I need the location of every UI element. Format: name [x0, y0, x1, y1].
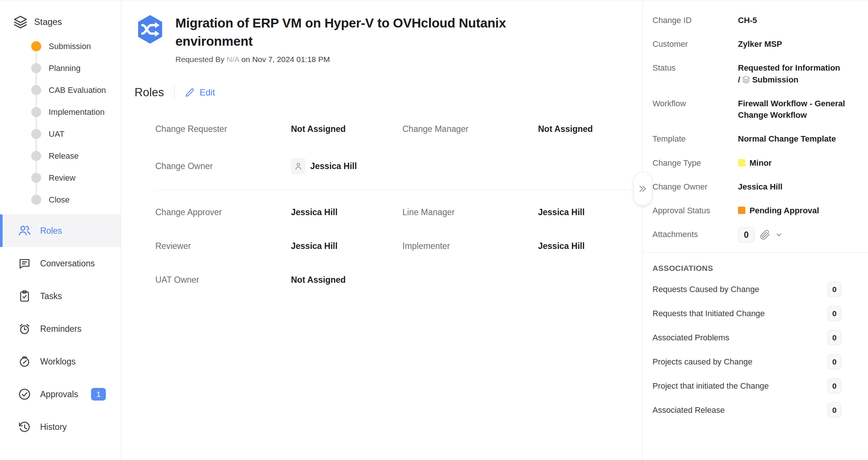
assoc-row-requests-initiated: Requests that Initiated Change 0: [652, 306, 841, 321]
assoc-label: Associated Release: [652, 405, 725, 415]
stage-label: Close: [49, 195, 69, 205]
roles-group-divider: [155, 190, 642, 190]
double-chevron-right-icon: [638, 184, 648, 194]
stage-dot: [31, 85, 41, 95]
avatar[interactable]: [291, 158, 306, 174]
assoc-count-chip[interactable]: 0: [827, 354, 841, 369]
layers-icon: [13, 14, 28, 29]
assoc-count-chip[interactable]: 0: [827, 306, 841, 321]
sidebar-item-label: Roles: [40, 226, 62, 236]
attachments-count-chip[interactable]: 0: [738, 227, 755, 243]
assoc-count-chip[interactable]: 0: [827, 402, 841, 418]
stage-item-release[interactable]: Release: [0, 145, 121, 167]
chevron-down-icon[interactable]: [775, 231, 782, 238]
stage-dot-active: [31, 41, 41, 51]
field-change-id: Change ID CH-5: [652, 14, 857, 26]
stage-dot: [31, 63, 41, 73]
approvals-count-badge[interactable]: 1: [91, 388, 106, 401]
change-detail-page: Stages Submission Planning CAB Evaluatio…: [0, 0, 868, 460]
sidebar-item-history[interactable]: History: [0, 411, 121, 443]
main-content: Migration of ERP VM on Hyper-V to OVHclo…: [121, 0, 642, 460]
field-label: Customer: [652, 38, 736, 50]
status-separator: /: [738, 75, 740, 84]
stage-label: Implementation: [49, 107, 104, 117]
sidebar-item-worklogs[interactable]: Worklogs: [0, 345, 121, 378]
assoc-row-project-initiated: Project that initiated the Change 0: [652, 378, 841, 393]
role-value-change-owner: Jessica Hill: [291, 158, 402, 174]
left-sidebar: Stages Submission Planning CAB Evaluatio…: [0, 0, 121, 460]
change-type-value: Minor: [749, 158, 772, 168]
stage-item-close[interactable]: Close: [0, 189, 121, 211]
role-value: Not Assigned: [291, 275, 402, 285]
clipboard-check-icon: [18, 289, 31, 303]
field-customer: Customer Zylker MSP: [652, 38, 857, 50]
stage-item-implementation[interactable]: Implementation: [0, 101, 121, 123]
stage-item-review[interactable]: Review: [0, 167, 121, 189]
field-label: Approval Status: [652, 205, 736, 216]
field-label: Attachments: [652, 229, 736, 240]
sidebar-item-label: Conversations: [40, 259, 95, 269]
history-icon: [18, 420, 31, 434]
assoc-label: Project that initiated the Change: [652, 381, 769, 391]
sidebar-item-conversations[interactable]: Conversations: [0, 247, 121, 280]
sidebar-item-label: Worklogs: [40, 357, 75, 367]
sidebar-item-approvals[interactable]: Approvals 1: [0, 378, 121, 411]
stage-item-uat[interactable]: UAT: [0, 123, 121, 145]
sidebar-item-label: History: [40, 422, 67, 432]
assoc-label: Requests Caused by Change: [652, 285, 759, 294]
role-label: Implementer: [402, 241, 538, 251]
attachments-controls: 0: [738, 227, 857, 243]
approval-status-color-swatch: [738, 207, 745, 214]
chat-icon: [18, 257, 31, 270]
sidebar-item-label: Tasks: [40, 291, 62, 301]
sidebar-item-roles[interactable]: Roles: [0, 214, 121, 247]
assoc-label: Associated Problems: [652, 333, 729, 343]
layers-icon: [742, 75, 751, 84]
role-value: Jessica Hill: [310, 161, 357, 171]
roles-section-title: Roles: [135, 86, 164, 99]
field-change-type: Change Type Minor: [652, 157, 857, 169]
stage-label: Planning: [49, 64, 81, 73]
collapse-panel-button[interactable]: [634, 172, 652, 205]
stage-dot: [31, 173, 41, 183]
role-label: Change Approver: [155, 207, 291, 217]
assoc-count-chip[interactable]: 0: [827, 282, 841, 297]
sidebar-item-label: Approvals: [40, 389, 78, 399]
field-value: CH-5: [738, 14, 857, 26]
roles-grid-group2: Change Approver Jessica Hill Line Manage…: [155, 207, 642, 285]
stage-item-cab-evaluation[interactable]: CAB Evaluation: [0, 79, 121, 101]
sidebar-item-tasks[interactable]: Tasks: [0, 280, 121, 312]
assoc-row-associated-release: Associated Release 0: [652, 402, 841, 418]
field-value: Zylker MSP: [738, 38, 857, 50]
role-label: UAT Owner: [155, 275, 291, 285]
field-change-owner: Change Owner Jessica Hill: [652, 181, 857, 192]
stage-dot: [31, 195, 41, 205]
paperclip-icon[interactable]: [760, 230, 770, 240]
field-approval-status: Approval Status Pending Approval: [652, 205, 857, 216]
status-stage-label: Submission: [752, 75, 799, 84]
change-hexagon-shuffle-icon: [135, 14, 166, 45]
stages-header: Stages: [0, 14, 121, 29]
stage-item-submission[interactable]: Submission: [0, 35, 121, 57]
role-label: Line Manager: [402, 207, 538, 217]
assoc-count-chip[interactable]: 0: [827, 378, 841, 393]
role-label: Reviewer: [155, 241, 291, 251]
edit-roles-button[interactable]: Edit: [185, 87, 215, 98]
stages-title: Stages: [34, 17, 62, 27]
assoc-label: Projects caused by Change: [652, 357, 752, 367]
assoc-label: Requests that Initiated Change: [652, 309, 765, 318]
panel-divider: [643, 252, 868, 253]
stage-label: CAB Evaluation: [49, 85, 106, 95]
edit-label: Edit: [200, 87, 215, 98]
stage-dot: [31, 107, 41, 117]
assoc-row-requests-caused: Requests Caused by Change 0: [652, 282, 841, 297]
assoc-count-chip[interactable]: 0: [827, 330, 841, 345]
stage-label: UAT: [49, 129, 64, 139]
assoc-row-associated-problems: Associated Problems 0: [652, 330, 841, 345]
field-workflow: Workflow Firewall Workflow - General Cha…: [652, 98, 857, 121]
stage-item-planning[interactable]: Planning: [0, 57, 121, 79]
check-circle-icon: [18, 388, 31, 401]
field-value-approval-status: Pending Approval: [738, 205, 857, 216]
person-icon: [294, 161, 303, 171]
sidebar-item-reminders[interactable]: Reminders: [0, 312, 121, 345]
